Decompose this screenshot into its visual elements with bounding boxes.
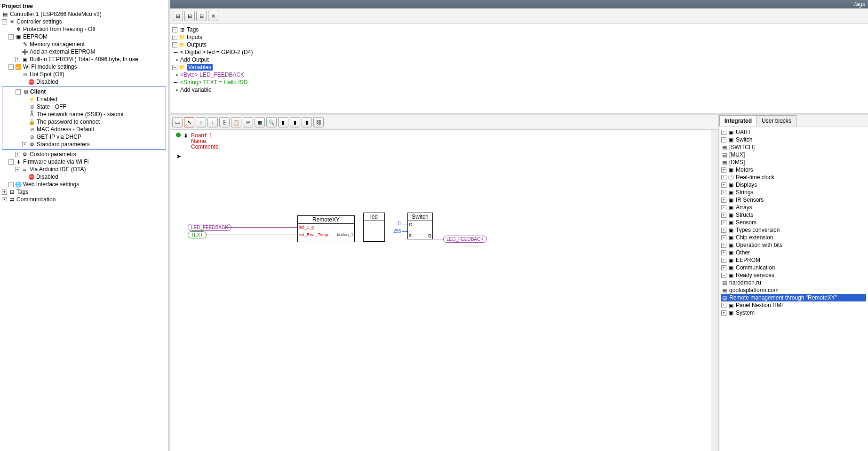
lib-dms-item[interactable]: ▤[DMS] [721, 158, 866, 166]
add-output-node[interactable]: ⊸Add Output [172, 56, 866, 63]
align-center-button[interactable]: ▮ [290, 117, 300, 127]
ssid-node[interactable]: ᐂThe network name (SSID) - xiaomi [2, 111, 166, 118]
expand-icon[interactable]: + [721, 220, 726, 225]
lib-goplus[interactable]: ▤goplusplatform.com [721, 286, 866, 294]
lib-remotexy[interactable]: ▤Remote management through "RemoteXY" [721, 294, 866, 301]
lib-switch[interactable]: −▣Switch [721, 136, 866, 143]
digital-led-node[interactable]: ⊸< Digital > led = GPIO-2 (D4) [172, 48, 866, 56]
lib-ready-services[interactable]: −▣Ready services [721, 271, 866, 279]
expand-icon[interactable]: + [172, 35, 177, 40]
lib-types[interactable]: +▣Types conversion [721, 226, 866, 234]
collapse-icon[interactable]: − [8, 64, 14, 70]
lib-narodmon[interactable]: ▤narodmon.ru [721, 279, 866, 286]
expand-icon[interactable]: + [721, 213, 726, 218]
expand-icon[interactable]: + [721, 182, 726, 188]
controller-node[interactable]: ▤Controller 1 (ESP8266 NodeMcu v3) [2, 10, 166, 18]
expand-icon[interactable]: + [721, 235, 726, 240]
collapse-icon[interactable]: − [15, 167, 20, 172]
link-button[interactable]: ⛓ [313, 117, 324, 127]
eeprom-node[interactable]: −▣EEPROM [2, 33, 166, 40]
client-node[interactable]: −🖥Client [2, 88, 166, 95]
collapse-icon[interactable]: − [8, 34, 14, 40]
lib-arrays[interactable]: +▣Arrays [721, 204, 866, 211]
lib-rtc[interactable]: +🕐Real-time clock [721, 174, 866, 181]
add-eeprom-node[interactable]: ➕Add an external EEPROM [2, 48, 166, 55]
move-up-button[interactable]: ↑ [196, 117, 206, 127]
zoom-button[interactable]: 🔍 [266, 117, 277, 127]
lib-motors[interactable]: +▣Motors [721, 166, 866, 174]
cursor-button[interactable]: ↖ [184, 117, 194, 127]
lib-sensors[interactable]: +▣Sensors [721, 219, 866, 226]
cut-button[interactable]: ✂ [243, 117, 253, 127]
collapse-all-button[interactable]: ⊟ [196, 11, 207, 21]
expand-icon[interactable]: + [721, 190, 726, 195]
lib-mux-item[interactable]: ▤[MUX] [721, 151, 866, 158]
ota-node[interactable]: −∞Via Arduino IDE (OTA) [2, 166, 166, 173]
lib-other[interactable]: +▣Other [721, 249, 866, 256]
move-down-button[interactable]: ↓ [207, 117, 218, 127]
switch-block[interactable]: Switch R S Q [407, 213, 433, 239]
collapse-icon[interactable]: − [721, 273, 726, 278]
lib-chip[interactable]: +▣Chip extension [721, 234, 866, 241]
collapse-icon[interactable]: − [721, 137, 726, 142]
lib-communication[interactable]: +▣Communication [721, 264, 866, 271]
collapse-icon[interactable]: − [16, 89, 21, 95]
expand-icon[interactable]: + [721, 258, 726, 263]
diagram-canvas[interactable]: ⬇ Board: 1 Name: Comments: ➤ LED_FEEDBAC… [170, 130, 718, 451]
add-var-node[interactable]: ⊸Add variable [172, 86, 866, 94]
enabled-node[interactable]: ⚡Enabled [2, 95, 166, 103]
collapse-icon[interactable]: − [8, 159, 14, 165]
expand-icon[interactable]: + [721, 130, 726, 135]
builtin-eeprom-node[interactable]: +▣Built-in EEPROM ( Total - 4096 byte, I… [2, 55, 166, 63]
copy-button[interactable]: ⎘ [219, 117, 230, 127]
expand-icon[interactable]: + [8, 182, 14, 187]
tags-root[interactable]: −⊞Tags [172, 26, 866, 33]
expand-icon[interactable]: + [721, 228, 726, 233]
group-button[interactable]: ▦ [255, 117, 265, 127]
led-block[interactable]: led [363, 213, 385, 242]
lib-panel-nextion[interactable]: +▣Panel Nextion HMI [721, 301, 866, 309]
stdparams-node[interactable]: +⚙Standard parameters [2, 141, 166, 148]
hotspot-disabled-node[interactable]: ⛔Disabled [2, 78, 166, 86]
password-node[interactable]: 🔒The password to connect [2, 118, 166, 126]
expand-icon[interactable]: + [721, 250, 726, 255]
collapse-icon[interactable]: − [2, 19, 7, 24]
collapse-icon[interactable]: − [172, 27, 177, 32]
web-node[interactable]: +🌐Web Interface settings [2, 181, 166, 188]
paste-button[interactable]: 📋 [231, 117, 241, 127]
lib-strings[interactable]: +▣Strings [721, 189, 866, 196]
expand-icon[interactable]: + [22, 142, 27, 147]
led-feedback-out-chip[interactable]: LED_FEEDBACK [443, 236, 487, 243]
tags-root-node[interactable]: +⊞Tags [2, 188, 166, 196]
string-var-node[interactable]: ⊸<String> TEXT = Hallo ISD [172, 79, 866, 86]
lib-structs[interactable]: +▣Structs [721, 211, 866, 219]
expand-all-button[interactable]: ⊟ [184, 11, 195, 21]
memory-node[interactable]: ✎Memory management [2, 40, 166, 48]
lib-system[interactable]: +▣System [721, 309, 866, 316]
hotspot-node[interactable]: ⎚Hot Spot (Off) [2, 71, 166, 78]
expand-icon[interactable]: + [721, 205, 726, 210]
outputs-node[interactable]: −📁Outputs [172, 41, 866, 48]
expand-icon[interactable]: + [721, 175, 726, 180]
remotexy-block[interactable]: RemoteXY led_1_g ext_Real_Temp button_1 [297, 215, 355, 242]
lib-switch-item[interactable]: ▤[SWITCH] [721, 143, 866, 151]
lib-eeprom[interactable]: +▣EEPROM [721, 256, 866, 264]
collapse-icon[interactable]: − [172, 65, 177, 70]
tab-user-blocks[interactable]: User blocks [757, 115, 796, 126]
expand-icon[interactable]: + [2, 190, 7, 195]
expand-icon[interactable]: + [721, 303, 726, 308]
inputs-node[interactable]: +📁Inputs [172, 33, 866, 41]
lib-uart[interactable]: +▣UART [721, 128, 866, 136]
lib-bits[interactable]: +▣Operation with bits [721, 241, 866, 249]
lib-ir[interactable]: +▣IR Sensors [721, 196, 866, 204]
variables-node[interactable]: −📁Variables [172, 63, 866, 71]
custom-params-node[interactable]: +⚙Custom parametrs [2, 150, 166, 158]
firmware-node[interactable]: −⬇Firmware update via Wi Fi [2, 158, 166, 166]
expand-icon[interactable]: + [721, 198, 726, 203]
mac-node[interactable]: ⎚MAC Address - Default [2, 126, 166, 133]
expand-level-button[interactable]: ⊟ [173, 11, 183, 21]
collapse-icon[interactable]: − [172, 42, 177, 47]
wifi-node[interactable]: −📶Wi Fi module settings [2, 63, 166, 71]
lib-displays[interactable]: +▣Displays [721, 181, 866, 189]
expand-icon[interactable]: + [2, 197, 7, 202]
